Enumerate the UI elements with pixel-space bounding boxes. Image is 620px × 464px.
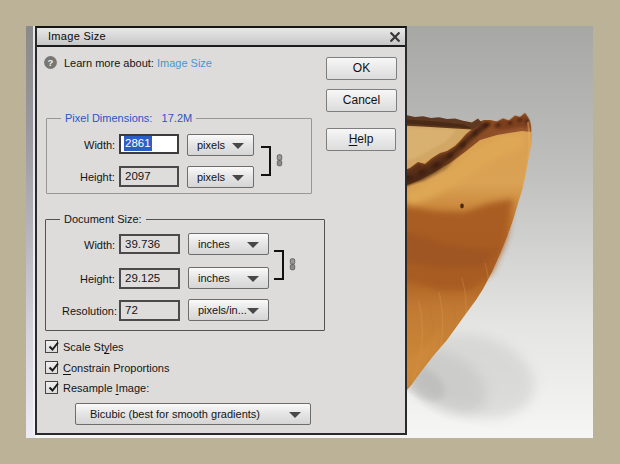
svg-text:?: ? (48, 57, 54, 68)
